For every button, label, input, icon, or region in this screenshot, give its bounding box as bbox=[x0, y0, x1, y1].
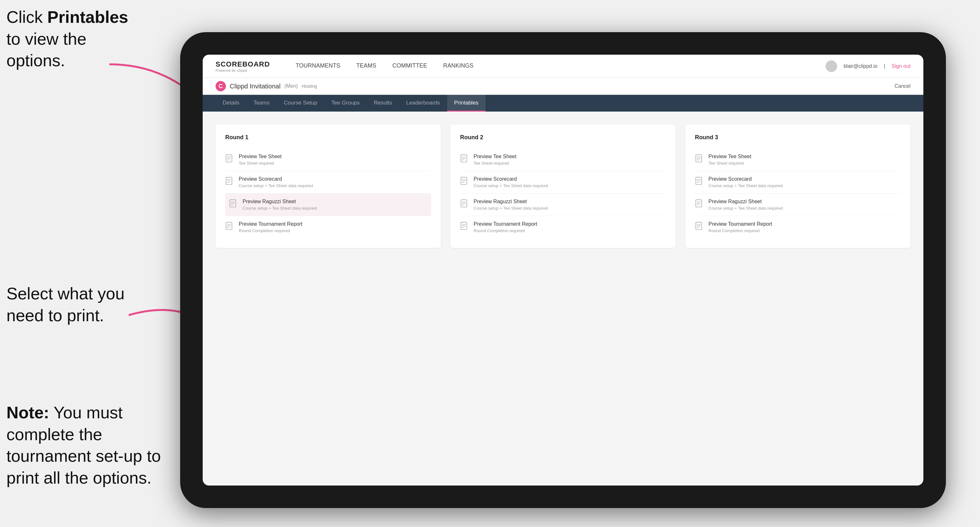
r3-scorecard-label: Preview Scorecard bbox=[708, 176, 783, 182]
tab-course-setup[interactable]: Course Setup bbox=[277, 95, 324, 111]
r1-tournament-report-label: Preview Tournament Report bbox=[239, 221, 302, 227]
round-2-title: Round 2 bbox=[460, 134, 666, 141]
r3-tournament-report-text: Preview Tournament Report Round Completi… bbox=[708, 221, 772, 233]
r1-raguzzi[interactable]: Preview Raguzzi Sheet Course setup + Tee… bbox=[225, 194, 431, 216]
tournament-title: Clippd Invitational bbox=[230, 83, 280, 90]
annotation-top: Click Printables to view the options. bbox=[6, 6, 142, 72]
r1-tournament-report[interactable]: Preview Tournament Report Round Completi… bbox=[225, 216, 431, 238]
r3-tournament-report-sub: Round Completion required bbox=[708, 228, 772, 233]
r3-raguzzi-icon bbox=[695, 199, 704, 210]
tab-results[interactable]: Results bbox=[367, 95, 399, 111]
r2-tee-sheet-icon bbox=[460, 154, 469, 165]
r2-tee-sheet[interactable]: Preview Tee Sheet Tee Sheet required bbox=[460, 149, 666, 171]
r3-tee-sheet-text: Preview Tee Sheet Tee Sheet required bbox=[708, 154, 751, 166]
r3-raguzzi-label: Preview Raguzzi Sheet bbox=[708, 199, 783, 205]
annotation-bottom: Note: You must complete the tournament s… bbox=[6, 402, 161, 489]
raguzzi-icon bbox=[229, 199, 238, 210]
r3-tee-sheet-icon bbox=[695, 154, 704, 165]
r3-tee-sheet-sub: Tee Sheet required bbox=[708, 161, 751, 166]
r2-tournament-report[interactable]: Preview Tournament Report Round Completi… bbox=[460, 216, 666, 238]
r1-tee-sheet-sub: Tee Sheet required bbox=[239, 161, 282, 166]
clippd-logo: C bbox=[216, 81, 226, 91]
r3-scorecard-text: Preview Scorecard Course setup + Tee She… bbox=[708, 176, 783, 188]
tablet-screen: SCOREBOARD Powered by clippd TOURNAMENTS… bbox=[203, 55, 923, 486]
r2-tournament-report-sub: Round Completion required bbox=[474, 228, 537, 233]
sign-out-link[interactable]: Sign out bbox=[891, 63, 910, 69]
r2-tournament-report-text: Preview Tournament Report Round Completi… bbox=[474, 221, 537, 233]
r2-scorecard-icon bbox=[460, 177, 469, 187]
nav-links: TOURNAMENTS TEAMS COMMITTEE RANKINGS bbox=[296, 61, 806, 71]
tournament-name-area: C Clippd Invitational (Men) Hosting bbox=[216, 81, 317, 91]
user-avatar bbox=[826, 60, 837, 72]
tournament-report-icon bbox=[225, 222, 234, 232]
r1-tournament-report-text: Preview Tournament Report Round Completi… bbox=[239, 221, 302, 233]
r3-raguzzi[interactable]: Preview Raguzzi Sheet Course setup + Tee… bbox=[695, 194, 901, 216]
r3-raguzzi-sub: Course setup + Tee Sheet data required bbox=[708, 206, 783, 211]
r1-scorecard-sub: Course setup + Tee Sheet data required bbox=[239, 183, 313, 188]
tee-sheet-icon bbox=[225, 154, 234, 165]
r1-tee-sheet[interactable]: Preview Tee Sheet Tee Sheet required bbox=[225, 149, 431, 171]
annotation-mid-text: Select what you need to print. bbox=[6, 284, 124, 325]
sub-nav: Details Teams Course Setup Tee Groups Re… bbox=[203, 95, 923, 111]
user-email: blair@clippd.io bbox=[843, 63, 877, 69]
scorecard-icon bbox=[225, 177, 234, 187]
round-2-column: Round 2 Preview Tee Sheet bbox=[450, 124, 676, 248]
r3-raguzzi-text: Preview Raguzzi Sheet Course setup + Tee… bbox=[708, 199, 783, 211]
r2-raguzzi[interactable]: Preview Raguzzi Sheet Course setup + Tee… bbox=[460, 194, 666, 216]
r1-scorecard-text: Preview Scorecard Course setup + Tee She… bbox=[239, 176, 313, 188]
r1-scorecard[interactable]: Preview Scorecard Course setup + Tee She… bbox=[225, 171, 431, 194]
tab-tee-groups[interactable]: Tee Groups bbox=[324, 95, 367, 111]
nav-teams[interactable]: TEAMS bbox=[356, 61, 376, 71]
r1-raguzzi-sub: Course setup + Tee Sheet data required bbox=[243, 206, 317, 211]
tablet-frame: SCOREBOARD Powered by clippd TOURNAMENTS… bbox=[180, 32, 946, 508]
r3-scorecard-sub: Course setup + Tee Sheet data required bbox=[708, 183, 783, 188]
r1-raguzzi-text: Preview Raguzzi Sheet Course setup + Tee… bbox=[243, 199, 317, 211]
tab-details[interactable]: Details bbox=[216, 95, 247, 111]
logo-title: SCOREBOARD bbox=[216, 60, 270, 68]
r3-tournament-report-label: Preview Tournament Report bbox=[708, 221, 772, 227]
annotation-mid: Select what you need to print. bbox=[6, 283, 142, 326]
round-3-title: Round 3 bbox=[695, 134, 901, 141]
rounds-grid: Round 1 Preview Tee Sheet bbox=[216, 124, 910, 248]
hosting-badge: Hosting bbox=[302, 84, 317, 89]
r2-tee-sheet-sub: Tee Sheet required bbox=[474, 161, 516, 166]
printables-bold: Printables bbox=[47, 8, 128, 26]
r1-scorecard-label: Preview Scorecard bbox=[239, 176, 313, 182]
r3-tournament-report[interactable]: Preview Tournament Report Round Completi… bbox=[695, 216, 901, 238]
r2-scorecard-text: Preview Scorecard Course setup + Tee She… bbox=[474, 176, 548, 188]
nav-rankings[interactable]: RANKINGS bbox=[443, 61, 474, 71]
r2-scorecard-label: Preview Scorecard bbox=[474, 176, 548, 182]
logo-subtitle: Powered by clippd bbox=[216, 68, 270, 72]
nav-tournaments[interactable]: TOURNAMENTS bbox=[296, 61, 340, 71]
r3-tournament-report-icon bbox=[695, 222, 704, 232]
r3-tee-sheet-label: Preview Tee Sheet bbox=[708, 154, 751, 159]
nav-right: blair@clippd.io | Sign out bbox=[826, 60, 910, 72]
cancel-button[interactable]: Cancel bbox=[894, 83, 910, 89]
r3-scorecard[interactable]: Preview Scorecard Course setup + Tee She… bbox=[695, 171, 901, 194]
r2-raguzzi-text: Preview Raguzzi Sheet Course setup + Tee… bbox=[474, 199, 548, 211]
r2-raguzzi-sub: Course setup + Tee Sheet data required bbox=[474, 206, 548, 211]
sign-out-separator: | bbox=[884, 63, 885, 69]
annotation-bottom-text: Note: You must complete the tournament s… bbox=[6, 403, 161, 487]
r2-raguzzi-icon bbox=[460, 199, 469, 210]
r2-scorecard[interactable]: Preview Scorecard Course setup + Tee She… bbox=[460, 171, 666, 194]
tab-printables[interactable]: Printables bbox=[447, 95, 486, 111]
r2-tee-sheet-label: Preview Tee Sheet bbox=[474, 154, 516, 159]
r2-scorecard-sub: Course setup + Tee Sheet data required bbox=[474, 183, 548, 188]
r1-tee-sheet-text: Preview Tee Sheet Tee Sheet required bbox=[239, 154, 282, 166]
round-3-column: Round 3 Preview Tee Sheet bbox=[685, 124, 910, 248]
r3-tee-sheet[interactable]: Preview Tee Sheet Tee Sheet required bbox=[695, 149, 901, 171]
logo-area: SCOREBOARD Powered by clippd bbox=[216, 60, 270, 72]
r1-tee-sheet-label: Preview Tee Sheet bbox=[239, 154, 282, 159]
annotation-top-text: Click Printables to view the options. bbox=[6, 8, 128, 70]
nav-committee[interactable]: COMMITTEE bbox=[393, 61, 427, 71]
main-content: Round 1 Preview Tee Sheet bbox=[203, 111, 923, 486]
tab-leaderboards[interactable]: Leaderboards bbox=[399, 95, 447, 111]
r1-raguzzi-label: Preview Raguzzi Sheet bbox=[243, 199, 317, 205]
r2-tee-sheet-text: Preview Tee Sheet Tee Sheet required bbox=[474, 154, 516, 166]
r2-tournament-report-label: Preview Tournament Report bbox=[474, 221, 537, 227]
note-bold: Note: bbox=[6, 403, 49, 422]
r3-scorecard-icon bbox=[695, 177, 704, 187]
round-1-column: Round 1 Preview Tee Sheet bbox=[216, 124, 441, 248]
tab-teams[interactable]: Teams bbox=[247, 95, 277, 111]
